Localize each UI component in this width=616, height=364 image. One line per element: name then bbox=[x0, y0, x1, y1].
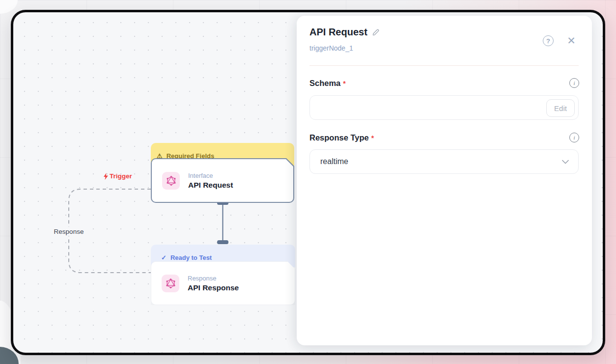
required-asterisk: * bbox=[371, 134, 374, 142]
node-api-response[interactable]: Response API Response bbox=[151, 261, 295, 305]
node-api-request[interactable]: Interface API Request bbox=[151, 158, 294, 203]
info-glyph: i bbox=[573, 135, 575, 140]
response-type-info-icon[interactable]: i bbox=[569, 133, 579, 142]
response-type-field-label: Response Type* bbox=[309, 133, 374, 142]
schema-edit-button[interactable]: Edit bbox=[546, 99, 575, 117]
node-id-label: triggerNode_1 bbox=[309, 44, 579, 52]
target-handle bbox=[217, 240, 228, 244]
response-edge-label: Response bbox=[52, 227, 86, 236]
corner-card-top-left bbox=[0, 0, 18, 14]
node-config-panel: API Request triggerNode_1 ? ✕ Sch bbox=[297, 16, 592, 345]
info-glyph: i bbox=[573, 80, 575, 86]
node-category: Response bbox=[188, 275, 239, 282]
node-title: API Response bbox=[188, 283, 239, 292]
graphql-node-icon bbox=[162, 275, 179, 292]
response-type-select[interactable]: realtime bbox=[309, 149, 579, 174]
question-mark-icon: ? bbox=[546, 37, 550, 45]
schema-input[interactable]: Edit bbox=[309, 95, 579, 120]
close-icon: ✕ bbox=[567, 35, 576, 46]
close-panel-button[interactable]: ✕ bbox=[565, 34, 577, 46]
schema-info-icon[interactable]: i bbox=[569, 78, 579, 88]
schema-label-text: Schema bbox=[309, 79, 340, 87]
panel-title: API Request bbox=[309, 27, 367, 38]
required-asterisk: * bbox=[343, 80, 345, 87]
banner-label: Ready to Test bbox=[170, 254, 212, 261]
graphql-node-icon bbox=[162, 172, 180, 190]
response-type-value: realtime bbox=[320, 157, 348, 166]
check-icon: ✓ bbox=[161, 254, 167, 261]
pencil-icon bbox=[372, 28, 380, 36]
schema-field-row: Schema* i bbox=[309, 77, 579, 89]
trigger-edge-label-text: Trigger bbox=[110, 172, 132, 180]
trigger-edge-label: Trigger bbox=[103, 172, 132, 180]
node-category: Interface bbox=[188, 172, 233, 179]
panel-header: API Request triggerNode_1 bbox=[309, 27, 579, 52]
lightning-bolt-icon bbox=[103, 173, 109, 180]
page-background: Trigger Response ⚠ Required Fields bbox=[0, 0, 616, 364]
edit-title-button[interactable] bbox=[372, 28, 380, 36]
response-type-label-text: Response Type bbox=[309, 133, 369, 142]
node-title: API Request bbox=[188, 181, 233, 190]
app-window: Trigger Response ⚠ Required Fields bbox=[11, 10, 605, 355]
help-button[interactable]: ? bbox=[543, 35, 554, 46]
chevron-down-icon bbox=[562, 160, 569, 164]
schema-field-label: Schema* bbox=[309, 79, 346, 88]
response-type-field-row: Response Type* i bbox=[309, 132, 579, 143]
header-divider bbox=[309, 65, 579, 66]
